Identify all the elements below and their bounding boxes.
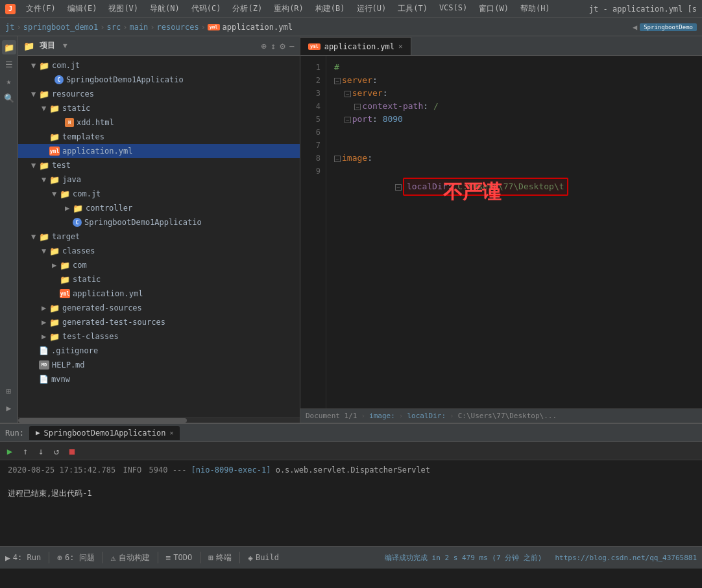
tree-item-appyml[interactable]: yml application.yml xyxy=(18,144,300,158)
tree-scrollbar-horiz[interactable] xyxy=(18,417,300,423)
springboot-demo-badge: SpringbootDemo xyxy=(640,23,697,31)
menu-nav[interactable]: 导航(N) xyxy=(145,2,185,16)
project-view-btn[interactable]: 📁 xyxy=(2,40,16,54)
tree-item-test[interactable]: ▼ 📁 test xyxy=(18,158,300,172)
tree-item-gitignore[interactable]: 📄 .gitignore xyxy=(18,344,300,358)
editor-tabs: yml application.yml ✕ xyxy=(300,36,702,56)
breadcrumb-file[interactable]: application.yml xyxy=(223,23,293,32)
menu-vcs[interactable]: VCS(S) xyxy=(434,2,472,16)
project-locate-icon[interactable]: ⊕ xyxy=(261,41,266,51)
toolbar-terminal[interactable]: ⊞ 终端 xyxy=(208,552,232,563)
menu-window[interactable]: 窗口(W) xyxy=(474,2,514,16)
project-settings-icon[interactable]: ⚙ xyxy=(280,41,285,51)
tree-item-mvnw[interactable]: 📄 mvnw xyxy=(18,372,300,386)
toolbar-auto-build[interactable]: ⚠ 自动构建 xyxy=(111,552,150,563)
tree-item-comjt[interactable]: ▼ 📁 com.jt xyxy=(18,58,300,73)
tree-item-xdd[interactable]: H xdd.html xyxy=(18,115,300,130)
tree-label-java: java xyxy=(62,175,81,184)
tree-item-helpmd[interactable]: MD HELP.md xyxy=(18,358,300,372)
tree-scrollbar-thumb[interactable] xyxy=(18,418,187,423)
tree-item-target[interactable]: ▼ 📁 target xyxy=(18,229,300,244)
folder-icon-test-classes: 📁 xyxy=(49,332,60,342)
run-tab-close[interactable]: ✕ xyxy=(169,429,173,436)
menu-run[interactable]: 运行(U) xyxy=(352,2,392,16)
arrow-templates xyxy=(42,132,49,141)
breadcrumb-project[interactable]: springboot_demo1 xyxy=(23,23,99,32)
menu-tools[interactable]: 工具(T) xyxy=(393,2,433,16)
tree-item-java[interactable]: ▼ 📁 java xyxy=(18,172,300,187)
toolbar-build[interactable]: ◈ Build xyxy=(248,553,279,563)
menu-build[interactable]: 构建(B) xyxy=(310,2,350,16)
tree-item-app2[interactable]: C SpringbootDemo1Applicatio xyxy=(18,215,300,229)
menu-edit[interactable]: 编辑(E) xyxy=(62,2,103,16)
tree-item-comjt2[interactable]: ▼ 📁 com.jt xyxy=(18,187,300,201)
run-stop-btn[interactable]: ■ xyxy=(65,444,79,458)
file-icon-mvnw: 📄 xyxy=(39,375,49,384)
menu-bar[interactable]: 文件(F) 编辑(E) 视图(V) 导航(N) 代码(C) 分析(Z) 重构(R… xyxy=(21,2,555,16)
breadcrumb-jt[interactable]: jt xyxy=(5,23,14,32)
run-scroll-down-btn[interactable]: ↓ xyxy=(34,444,48,458)
toolbar-todo[interactable]: ≡ TODO xyxy=(166,553,193,563)
menu-code[interactable]: 代码(C) xyxy=(186,2,226,16)
run-rerun-btn[interactable]: ↺ xyxy=(49,444,64,458)
run-console-btn[interactable]: ▶ xyxy=(2,401,16,415)
tree-item-app1[interactable]: C SpringbootDemo1Applicatio xyxy=(18,73,300,87)
folder-icon-comjt2: 📁 xyxy=(60,189,70,199)
tree-item-generated-sources[interactable]: ▶ 📁 generated-sources xyxy=(18,301,300,315)
run-start-btn[interactable]: ▶ xyxy=(3,444,17,458)
run-tab-main[interactable]: ▶ SpringbootDemo1Application ✕ xyxy=(29,426,180,440)
menu-help[interactable]: 帮助(H) xyxy=(515,2,555,16)
folder-icon-test: 📁 xyxy=(39,161,49,171)
find-btn[interactable]: 🔍 xyxy=(2,91,16,105)
toolbar-problems[interactable]: ⊕ 6: 问题 xyxy=(57,552,95,563)
tab-close-btn[interactable]: ✕ xyxy=(398,42,403,51)
favorites-btn[interactable]: ★ xyxy=(2,74,16,88)
run-scroll-up-btn[interactable]: ↑ xyxy=(18,444,32,458)
output-sep: --- xyxy=(173,465,191,475)
tree-item-resources[interactable]: ▼ 📁 resources xyxy=(18,87,300,101)
code-editor[interactable]: # −server: −server: −context-path: / −po… xyxy=(326,56,702,408)
project-dropdown-arrow[interactable]: ▼ xyxy=(63,41,67,50)
tree-item-controller[interactable]: ▶ 📁 controller xyxy=(18,201,300,215)
tree-item-appyml2[interactable]: yml application.yml xyxy=(18,287,300,301)
tree-item-test-classes[interactable]: ▶ 📁 test-classes xyxy=(18,329,300,344)
breadcrumb-src[interactable]: src xyxy=(107,23,121,32)
tree-item-static2[interactable]: 📁 static xyxy=(18,272,300,287)
left-edge-bar: 📁 ☰ ★ 🔍 ⊞ ▶ xyxy=(0,36,18,423)
tree-label-appyml: application.yml xyxy=(62,147,132,156)
csdn-url[interactable]: https://blog.csdn.net/qq_43765881 xyxy=(555,554,697,562)
fold-icon-5[interactable]: − xyxy=(345,117,351,123)
tree-item-classes[interactable]: ▼ 📁 classes xyxy=(18,244,300,258)
project-collapse-icon[interactable]: ↕ xyxy=(271,41,276,51)
breadcrumb-main[interactable]: main xyxy=(129,23,148,32)
code-line-9: −localDir: C:\Users\77\Desktop\t xyxy=(334,165,694,178)
arrow-test: ▼ xyxy=(31,161,39,170)
tree-item-templates[interactable]: 📁 templates xyxy=(18,130,300,144)
auto-build-icon: ⚠ xyxy=(111,553,116,563)
tree-item-static[interactable]: ▼ 📁 static xyxy=(18,101,300,115)
menu-refactor[interactable]: 重构(R) xyxy=(269,2,309,16)
project-close-icon[interactable]: − xyxy=(289,41,295,51)
fold-icon-4[interactable]: − xyxy=(354,104,361,110)
tab-appyml[interactable]: yml application.yml ✕ xyxy=(300,37,411,55)
bt-sep4 xyxy=(200,552,200,563)
toolbar-run[interactable]: ▶ 4: Run xyxy=(5,553,41,563)
arrow-comjt: ▼ xyxy=(31,61,39,70)
menu-file[interactable]: 文件(F) xyxy=(21,2,61,16)
breadcrumb-back-icon[interactable]: ◀ xyxy=(633,23,637,32)
status-message: 编译成功完成 in 2 s 479 ms (7 分钟 之前) xyxy=(385,553,542,563)
fold-icon-3[interactable]: − xyxy=(345,91,351,97)
breadcrumb-resources[interactable]: resources xyxy=(157,23,199,32)
tree-item-com[interactable]: ▶ 📁 com xyxy=(18,258,300,272)
arrow-empty5 xyxy=(52,289,60,298)
fold-icon-8[interactable]: − xyxy=(334,156,341,162)
menu-view[interactable]: 视图(V) xyxy=(103,2,143,16)
terminal-label: 终端 xyxy=(216,552,232,563)
fold-icon-2[interactable]: − xyxy=(334,78,341,84)
structure-btn[interactable]: ☰ xyxy=(2,57,16,71)
terminal-btn[interactable]: ⊞ xyxy=(2,384,16,398)
fold-icon-9[interactable]: − xyxy=(395,184,402,191)
tree-item-gen-test-sources[interactable]: ▶ 📁 generated-test-sources xyxy=(18,315,300,329)
code-line-2: −server: xyxy=(334,74,694,87)
menu-analyze[interactable]: 分析(Z) xyxy=(227,2,267,16)
